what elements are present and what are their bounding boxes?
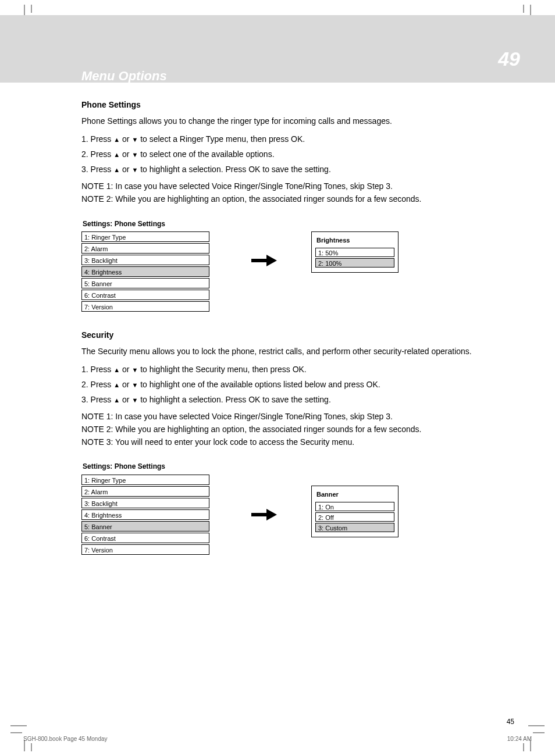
svg-marker-19	[266, 509, 277, 520]
menu-row: 2: 100%	[315, 258, 394, 268]
menu-row: 4: Brightness	[81, 266, 209, 277]
down-arrow-icon: ▼	[131, 397, 138, 404]
step-text-post: to select a Ringer Type menu, then press…	[138, 134, 305, 144]
up-arrow-icon: ▲	[113, 397, 120, 404]
note-1: NOTE 1: In case you have selected Voice …	[81, 180, 512, 193]
menu-left-title: Settings: Phone Settings	[81, 219, 209, 230]
menu-row: 1: 50%	[315, 248, 394, 257]
menu-left-panel: Settings: Phone Settings 1: Ringer Type2…	[81, 461, 209, 556]
step-text-mid: or	[120, 149, 131, 159]
menu-row: 2: Alarm	[81, 486, 209, 497]
step-text-post: to highlight one of the available option…	[138, 380, 380, 389]
step-1: 1. Press ▲ or ▼ to highlight the Securit…	[81, 363, 512, 376]
header-band: 49 Menu Options	[0, 15, 555, 83]
step-text-pre: 3. Press	[81, 395, 113, 404]
menu-row: 7: Version	[81, 544, 209, 555]
header-page-number: 49	[498, 48, 520, 70]
menu-row: 2: Off	[315, 512, 394, 522]
page: 49 Menu Options Phone Settings Phone Set…	[0, 0, 555, 756]
section-intro: The Security menu allows you to lock the…	[81, 345, 512, 358]
step-text-mid: or	[120, 365, 131, 374]
down-arrow-icon: ▼	[131, 136, 138, 143]
menu-row: 1: Ringer Type	[81, 475, 209, 485]
menu-right-title: Banner	[315, 490, 394, 500]
footer-left: SGH-800.book Page 45 Monday	[23, 736, 108, 742]
page-number-bottom: 45	[507, 718, 514, 726]
menu-row: 5: Banner	[81, 278, 209, 288]
section-phone-settings: Phone Settings Phone Settings allows you…	[81, 99, 512, 206]
menu-left-panel: Settings: Phone Settings 1: Ringer Type2…	[81, 219, 209, 313]
menu-row: 4: Brightness	[81, 509, 209, 520]
step-text-post: to highlight a selection. Press OK to sa…	[138, 165, 331, 174]
section-intro: Phone Settings allows you to change the …	[81, 115, 512, 128]
step-text-pre: 2. Press	[81, 380, 113, 389]
up-arrow-icon: ▲	[113, 381, 120, 388]
menu-diagram-2: Settings: Phone Settings 1: Ringer Type2…	[81, 461, 512, 566]
down-arrow-icon: ▼	[131, 366, 138, 373]
menu-diagram-1: Settings: Phone Settings 1: Ringer Type2…	[81, 219, 512, 323]
step-text-mid: or	[120, 380, 131, 389]
section-heading: Phone Settings	[81, 99, 512, 112]
step-text-post: to highlight the Security menu, then pre…	[138, 365, 307, 374]
menu-left-title: Settings: Phone Settings	[81, 461, 209, 472]
arrow-right-icon	[250, 252, 277, 273]
arrow-right-icon	[250, 507, 277, 527]
step-text-post: to select one of the available options.	[138, 149, 274, 159]
step-text-pre: 1. Press	[81, 134, 113, 144]
note-2: NOTE 2: While you are highlighting an op…	[81, 193, 512, 206]
svg-marker-17	[266, 255, 277, 266]
menu-row: 7: Version	[81, 301, 209, 312]
menu-row: 2: Alarm	[81, 243, 209, 254]
step-2: 2. Press ▲ or ▼ to highlight one of the …	[81, 379, 512, 391]
menu-row: 1: On	[315, 502, 394, 511]
down-arrow-icon: ▼	[131, 166, 138, 173]
step-text-pre: 3. Press	[81, 165, 113, 174]
content: Phone Settings Phone Settings allows you…	[81, 99, 512, 566]
menu-right-panel: Brightness 1: 50%2: 100%	[311, 231, 399, 273]
down-arrow-icon: ▼	[131, 151, 138, 158]
up-arrow-icon: ▲	[113, 151, 120, 158]
up-arrow-icon: ▲	[113, 366, 120, 373]
note-1: NOTE 1: In case you have selected Voice …	[81, 411, 512, 423]
step-3: 3. Press ▲ or ▼ to highlight a selection…	[81, 394, 512, 406]
section-security: Security The Security menu allows you to…	[81, 329, 512, 449]
step-text-mid: or	[120, 165, 131, 174]
menu-row: 3: Custom	[315, 523, 394, 532]
step-text-post: to highlight a selection. Press OK to sa…	[138, 395, 331, 404]
footer-right: 10:24 AM	[507, 736, 532, 742]
step-2: 2. Press ▲ or ▼ to select one of the ava…	[81, 148, 512, 161]
step-text-mid: or	[120, 395, 131, 404]
header-title: Menu Options	[81, 69, 167, 84]
menu-right-title: Brightness	[315, 236, 394, 245]
menu-row: 5: Banner	[81, 521, 209, 532]
up-arrow-icon: ▲	[113, 166, 120, 173]
section-heading: Security	[81, 329, 512, 342]
step-text-pre: 2. Press	[81, 149, 113, 159]
down-arrow-icon: ▼	[131, 381, 138, 388]
menu-row: 6: Contrast	[81, 533, 209, 543]
menu-row: 3: Backlight	[81, 498, 209, 508]
step-text-mid: or	[120, 134, 131, 144]
step-3: 3. Press ▲ or ▼ to highlight a selection…	[81, 163, 512, 176]
menu-right-panel: Banner 1: On2: Off3: Custom	[311, 486, 399, 537]
menu-row: 6: Contrast	[81, 290, 209, 300]
menu-row: 3: Backlight	[81, 255, 209, 265]
step-1: 1. Press ▲ or ▼ to select a Ringer Type …	[81, 133, 512, 146]
note-3: NOTE 3: You will need to enter your lock…	[81, 436, 512, 449]
step-text-pre: 1. Press	[81, 365, 113, 374]
up-arrow-icon: ▲	[113, 136, 120, 143]
menu-row: 1: Ringer Type	[81, 231, 209, 242]
note-2: NOTE 2: While you are highlighting an op…	[81, 423, 512, 436]
